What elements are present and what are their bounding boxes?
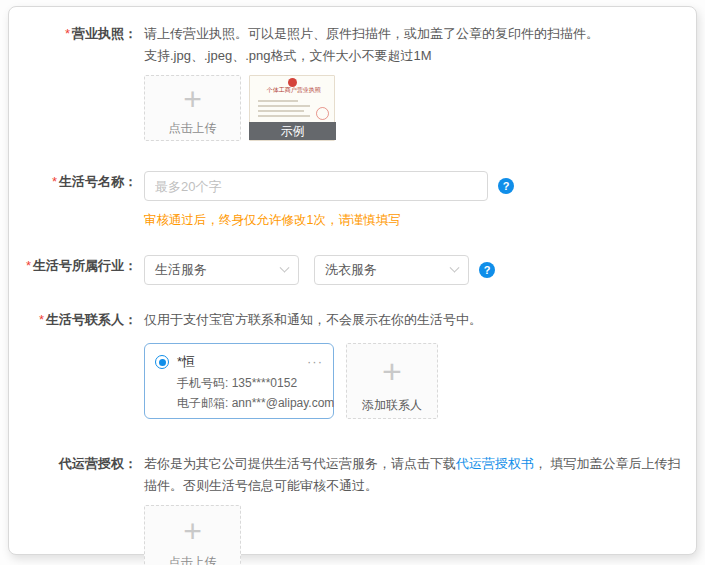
industry-category-select[interactable]: 生活服务 [144,255,299,285]
help-icon[interactable]: ? [498,178,514,194]
account-name-content: ? 审核通过后，终身仅允许修改1次，请谨慎填写 [137,171,696,231]
add-contact-label: 添加联系人 [362,398,422,412]
radio-selected-icon[interactable] [155,355,169,369]
contact-phone-label: 手机号码: [177,376,232,390]
account-name-label-text: 生活号名称： [59,174,137,189]
authorization-letter-link[interactable]: 代运营授权书 [456,456,534,471]
contact-card[interactable]: *恒 ··· 手机号码: 135****0152 电子邮箱: ann***@al… [144,343,334,419]
contact-label: *生活号联系人： [9,309,137,331]
business-license-upload-button[interactable]: + 点击上传 [144,75,241,141]
document-line [258,110,304,112]
row-account-name: *生活号名称： ? 审核通过后，终身仅允许修改1次，请谨慎填写 [9,171,696,231]
row-agency-auth: 代运营授权： 若你是为其它公司提供生活号代运营服务，请点击下载代运营授权书， 填… [9,453,696,565]
form-card: *营业执照： 请上传营业执照。可以是照片、原件扫描件，或加盖了公章的复印件的扫描… [8,6,697,555]
industry-selects-line: 生活服务 洗衣服务 ? [144,255,696,285]
industry-category-value: 生活服务 [155,259,207,281]
required-marker: * [26,258,31,273]
add-contact-button[interactable]: + 添加联系人 [346,343,438,419]
contact-email-label: 电子邮箱: [177,396,232,410]
contact-email-line: 电子邮箱: ann***@alipay.com [177,393,323,413]
license-sample-title: 个体工商户营业执照 [267,87,317,93]
contact-phone-value: 135****0152 [232,376,297,390]
industry-subcategory-select[interactable]: 洗衣服务 [314,255,469,285]
contact-label-text: 生活号联系人： [46,312,137,327]
industry-label: *生活号所属行业： [9,255,137,277]
account-name-input-line: ? [144,171,696,201]
plus-icon: + [183,506,202,555]
industry-content: 生活服务 洗衣服务 ? [137,255,696,285]
sample-tag: 示例 [249,122,336,140]
chevron-down-icon [280,262,290,272]
industry-subcategory-value: 洗衣服务 [325,259,377,281]
agency-description: 若你是为其它公司提供生活号代运营服务，请点击下载代运营授权书， 填写加盖公章后上… [144,453,689,497]
agency-text-before: 若你是为其它公司提供生活号代运营服务，请点击下载 [144,456,456,471]
row-industry: *生活号所属行业： 生活服务 洗衣服务 ? [9,255,696,285]
account-name-label: *生活号名称： [9,171,137,193]
business-license-label-text: 营业执照： [72,26,137,41]
required-marker: * [39,312,44,327]
radio-dot [159,359,166,366]
license-sample-thumbnail[interactable]: 个体工商户营业执照 示例 [249,75,335,141]
contact-name: *恒 [177,351,195,373]
document-line [258,100,298,102]
contact-desc: 仅用于支付宝官方联系和通知，不会展示在你的生活号中。 [144,309,696,331]
plus-icon: + [382,344,402,398]
required-marker: * [65,26,70,41]
account-name-warning: 审核通过后，终身仅允许修改1次，请谨慎填写 [144,209,696,231]
upload-label: 点击上传 [169,555,217,565]
more-options-icon[interactable]: ··· [307,357,323,367]
business-license-upload-row: + 点击上传 个体工商户营业执照 示例 [144,75,696,141]
industry-label-text: 生活号所属行业： [33,258,137,273]
agency-label-text: 代运营授权： [59,456,137,471]
contact-content: 仅用于支付宝官方联系和通知，不会展示在你的生活号中。 *恒 ··· 手机号码: … [137,309,696,419]
contact-row: *恒 ··· 手机号码: 135****0152 电子邮箱: ann***@al… [144,343,696,419]
required-marker: * [52,174,57,189]
contact-email-value: ann***@alipay.com [232,396,335,410]
upload-label: 点击上传 [169,121,217,135]
contact-card-header: *恒 ··· [155,351,323,373]
account-name-input[interactable] [144,171,488,201]
row-contact: *生活号联系人： 仅用于支付宝官方联系和通知，不会展示在你的生活号中。 *恒 ·… [9,309,696,419]
document-line [258,105,310,107]
business-license-desc-2: 支持.jpg、.jpeg、.png格式，文件大小不要超过1M [144,45,696,67]
chevron-down-icon [450,262,460,272]
row-business-license: *营业执照： 请上传营业执照。可以是照片、原件扫描件，或加盖了公章的复印件的扫描… [9,23,696,141]
agency-upload-button[interactable]: + 点击上传 [144,505,241,565]
business-license-label: *营业执照： [9,23,137,45]
contact-phone-line: 手机号码: 135****0152 [177,373,323,393]
red-seal-icon [316,107,329,120]
plus-icon: + [183,76,202,121]
document-line [258,115,310,117]
agency-label: 代运营授权： [9,453,137,475]
business-license-desc-1: 请上传营业执照。可以是照片、原件扫描件，或加盖了公章的复印件的扫描件。 [144,23,696,45]
business-license-content: 请上传营业执照。可以是照片、原件扫描件，或加盖了公章的复印件的扫描件。 支持.j… [137,23,696,141]
agency-content: 若你是为其它公司提供生活号代运营服务，请点击下载代运营授权书， 填写加盖公章后上… [137,453,696,565]
help-icon[interactable]: ? [479,262,495,278]
